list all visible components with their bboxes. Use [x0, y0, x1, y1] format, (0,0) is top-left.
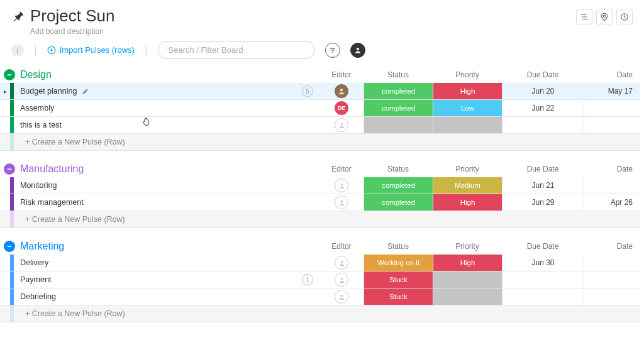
- col-date[interactable]: Date: [584, 242, 640, 251]
- group-title[interactable]: Design: [20, 69, 319, 80]
- due-cell[interactable]: Jun 29: [502, 194, 584, 211]
- row-editor[interactable]: [319, 117, 364, 133]
- col-due[interactable]: Due Date: [502, 70, 584, 79]
- col-due[interactable]: Due Date: [502, 242, 584, 251]
- row-editor[interactable]: [319, 83, 364, 99]
- row-editor[interactable]: [319, 288, 364, 305]
- row-name[interactable]: Delivery: [14, 255, 319, 271]
- pulse-row[interactable]: AssemblyDEcompletedLowJun 22: [0, 100, 640, 117]
- header-action-2[interactable]: [596, 9, 613, 25]
- comment-count[interactable]: 1: [302, 274, 313, 285]
- new-pulse-row[interactable]: + Create a New Pulse (Row): [0, 305, 640, 322]
- col-date[interactable]: Date: [584, 70, 640, 79]
- pulse-row[interactable]: MonitoringcompletedMediumJun 21: [0, 177, 640, 194]
- date-cell[interactable]: Apr 26: [584, 194, 640, 211]
- status-cell[interactable]: completed: [364, 100, 433, 116]
- status-cell[interactable]: completed: [364, 194, 433, 211]
- avatar-empty[interactable]: [335, 118, 348, 132]
- pulse-row[interactable]: ▸Budget planning5completedHighJun 20May …: [0, 83, 640, 100]
- avatar-empty[interactable]: [335, 273, 348, 287]
- row-name[interactable]: Debriefing: [14, 288, 319, 305]
- row-editor[interactable]: [319, 177, 364, 194]
- status-cell[interactable]: Stuck: [364, 288, 433, 305]
- col-priority[interactable]: Priority: [433, 165, 502, 173]
- avatar[interactable]: [335, 84, 348, 98]
- new-pulse-row[interactable]: + Create a New Pulse (Row): [0, 211, 640, 228]
- priority-cell[interactable]: High: [433, 194, 502, 211]
- pulse-row[interactable]: this is a test: [0, 117, 640, 134]
- date-cell[interactable]: [584, 117, 640, 133]
- due-cell[interactable]: [502, 288, 584, 305]
- col-priority[interactable]: Priority: [433, 242, 502, 251]
- priority-cell[interactable]: High: [433, 255, 502, 271]
- col-date[interactable]: Date: [584, 165, 640, 173]
- row-name[interactable]: Monitoring: [14, 177, 319, 194]
- status-cell[interactable]: Stuck: [364, 272, 433, 288]
- date-cell[interactable]: [584, 177, 640, 194]
- pencil-icon[interactable]: [82, 87, 89, 95]
- col-status[interactable]: Status: [364, 242, 433, 251]
- group-title[interactable]: Manufacturing: [20, 163, 319, 175]
- avatar-empty[interactable]: [335, 256, 348, 270]
- group-title[interactable]: Marketing: [20, 241, 319, 252]
- due-cell[interactable]: [502, 272, 584, 288]
- new-pulse-row[interactable]: + Create a New Pulse (Row): [0, 134, 640, 151]
- date-cell[interactable]: [584, 100, 640, 116]
- search-input[interactable]: [158, 41, 315, 59]
- avatar[interactable]: DE: [335, 101, 348, 115]
- pulse-row[interactable]: DebriefingStuck: [0, 288, 640, 305]
- row-name[interactable]: Budget planning5: [14, 83, 319, 99]
- col-due[interactable]: Due Date: [502, 165, 584, 173]
- priority-cell[interactable]: [433, 288, 502, 305]
- collapse-toggle[interactable]: [4, 163, 15, 175]
- row-name[interactable]: Payment1: [14, 272, 319, 288]
- avatar-empty[interactable]: [335, 178, 348, 192]
- row-editor[interactable]: [319, 194, 364, 211]
- header-action-1[interactable]: [576, 9, 592, 25]
- col-editor[interactable]: Editor: [319, 70, 364, 79]
- due-cell[interactable]: Jun 21: [502, 177, 584, 194]
- status-cell[interactable]: Working on it: [364, 255, 433, 271]
- col-priority[interactable]: Priority: [433, 70, 502, 79]
- row-editor[interactable]: [319, 272, 364, 288]
- pulse-row[interactable]: Risk managementcompletedHighJun 29Apr 26: [0, 194, 640, 211]
- pulse-row[interactable]: Payment1Stuck: [0, 272, 640, 288]
- row-name[interactable]: Assembly: [14, 100, 319, 116]
- expand-arrow-icon[interactable]: ▸: [0, 83, 10, 99]
- due-cell[interactable]: Jun 22: [502, 100, 584, 116]
- row-editor[interactable]: [319, 255, 364, 271]
- status-cell[interactable]: completed: [364, 177, 433, 194]
- collapse-toggle[interactable]: [4, 241, 15, 252]
- due-cell[interactable]: Jun 30: [502, 255, 584, 271]
- date-cell[interactable]: May 17: [584, 83, 640, 99]
- status-cell[interactable]: [364, 117, 433, 133]
- board-title[interactable]: Project Sun: [30, 6, 576, 26]
- header-action-3[interactable]: [616, 9, 633, 25]
- due-cell[interactable]: Jun 20: [502, 83, 584, 99]
- filter-button[interactable]: [325, 43, 340, 58]
- row-name[interactable]: Risk management: [14, 194, 319, 211]
- info-icon[interactable]: i: [11, 44, 24, 57]
- col-editor[interactable]: Editor: [319, 242, 364, 251]
- date-cell[interactable]: [584, 288, 640, 305]
- avatar-empty[interactable]: [335, 290, 348, 304]
- comment-count[interactable]: 5: [302, 85, 313, 97]
- col-editor[interactable]: Editor: [319, 165, 364, 173]
- import-pulses-link[interactable]: Import Pulses (rows): [47, 45, 135, 55]
- col-status[interactable]: Status: [364, 165, 433, 173]
- avatar-empty[interactable]: [335, 195, 348, 209]
- priority-cell[interactable]: Medium: [433, 177, 502, 194]
- date-cell[interactable]: [584, 272, 640, 288]
- priority-cell[interactable]: High: [433, 83, 502, 99]
- due-cell[interactable]: [502, 117, 584, 133]
- pulse-row[interactable]: DeliveryWorking on itHighJun 30: [0, 255, 640, 272]
- person-filter-button[interactable]: [350, 43, 365, 58]
- board-description[interactable]: Add board description: [30, 27, 576, 36]
- priority-cell[interactable]: [433, 117, 502, 133]
- collapse-toggle[interactable]: [4, 69, 15, 80]
- row-name[interactable]: this is a test: [14, 117, 319, 133]
- priority-cell[interactable]: Low: [433, 100, 502, 116]
- col-status[interactable]: Status: [364, 70, 433, 79]
- status-cell[interactable]: completed: [364, 83, 433, 99]
- row-editor[interactable]: DE: [319, 100, 364, 116]
